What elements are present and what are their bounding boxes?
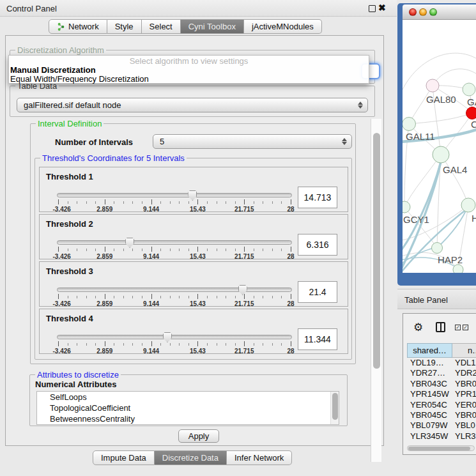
column-header-name[interactable]: n…: [452, 343, 476, 358]
tab-discretize-data[interactable]: Discretize Data: [155, 450, 227, 465]
slider-track[interactable]: [57, 240, 292, 245]
node-label: GAL80: [426, 94, 456, 105]
node-label: GCY1: [403, 214, 429, 225]
column-header-shared-name[interactable]: shared…: [407, 343, 452, 358]
table-horizontal-scrollbar[interactable]: [407, 445, 475, 451]
popup-option-equal-width-frequency[interactable]: Equal Width/Frequency Discretization: [10, 74, 149, 84]
node-table: shared… n… YDL19…YDL1 YDR27…YDR2 YBR043C…: [407, 343, 476, 442]
minimize-traffic-light-icon[interactable]: [419, 8, 427, 16]
tab-jactivemnodules[interactable]: jActiveMNodules: [244, 19, 322, 34]
table-row[interactable]: YDR27…YDR2: [407, 368, 476, 378]
close-icon[interactable]: ✖: [378, 3, 386, 13]
cyni-bottom-tabs: Impute Data Discretize Data Infer Networ…: [93, 450, 292, 465]
table-header: shared… n…: [407, 343, 476, 358]
cell-shared-name: YPR145W: [407, 389, 452, 399]
slider-tick-labels: -3.4262.8599.14415.4321.71528: [58, 253, 291, 259]
table-row[interactable]: YDL19…YDL1: [407, 358, 476, 368]
attributes-list-scrollbar[interactable]: [330, 392, 339, 424]
threshold-3-value-field[interactable]: 21.4: [298, 281, 337, 303]
float-window-icon[interactable]: [369, 5, 376, 12]
threshold-2-slider[interactable]: -3.4262.8599.14415.4321.71528: [57, 238, 292, 259]
table-data-combobox[interactable]: galFiltered.sif default node: [17, 98, 368, 112]
checkbox-icon[interactable]: ✓: [455, 325, 461, 330]
list-item[interactable]: BetweennessCentrality: [37, 413, 339, 424]
network-canvas[interactable]: GAL80 GA C GAL11 GAL4 GCY1 H HAP2: [403, 20, 476, 273]
slider-ticks: [58, 199, 291, 205]
table-panel-titlebar: Table Panel: [397, 289, 476, 309]
slider-track[interactable]: [57, 193, 292, 197]
threshold-4-value-field[interactable]: 11.344: [298, 328, 337, 350]
close-traffic-light-icon[interactable]: [409, 8, 417, 16]
cell-shared-name: YBL079W: [407, 420, 452, 431]
threshold-1-value-field[interactable]: 14.713: [298, 187, 337, 208]
tab-select[interactable]: Select: [142, 19, 181, 34]
slider-ticks: [58, 247, 291, 252]
attributes-group: Attributes to discretize Numerical Attri…: [29, 374, 348, 426]
tab-network[interactable]: Network: [49, 19, 107, 34]
node-label: GAL4: [443, 164, 467, 175]
threshold-2-value-field[interactable]: 6.316: [298, 234, 337, 256]
cell-shared-name: YBR043C: [407, 379, 452, 389]
discretization-algorithm-title: Discretization Algorithm: [15, 45, 106, 55]
number-of-intervals-label: Number of Intervals: [55, 137, 133, 147]
numerical-attributes-list[interactable]: SelfLoops TopologicalCoefficient Between…: [36, 391, 339, 425]
node: [426, 79, 439, 92]
cell-name: YIL0: [452, 441, 476, 442]
apply-button[interactable]: Apply: [178, 429, 219, 443]
tab-style[interactable]: Style: [107, 19, 142, 34]
slider-tick-labels: -3.4262.8599.14415.4321.71528: [58, 348, 291, 354]
threshold-4-slider[interactable]: -3.4262.8599.14415.4321.71528: [57, 333, 292, 353]
cell-shared-name: YBR045C: [407, 410, 452, 420]
slider-track[interactable]: [57, 335, 292, 339]
thresholds-group: Threshold's Coordinates for 5 Intervals …: [35, 158, 352, 360]
table-row[interactable]: YIL052CYIL0: [407, 441, 476, 442]
scrollbar-thumb[interactable]: [408, 447, 470, 450]
network-window-titlebar: [403, 4, 476, 20]
table-row[interactable]: YBR043CYBR0: [407, 379, 476, 389]
cell-name: YBR0: [452, 410, 476, 420]
cell-shared-name: YDL19…: [407, 358, 452, 368]
zoom-traffic-light-icon[interactable]: [429, 8, 437, 16]
control-panel-window: Control Panel ✖ Network Style Select Cyn…: [0, 0, 397, 476]
popup-option-manual-discretization[interactable]: Manual Discretization: [10, 65, 96, 75]
gear-icon[interactable]: ⚙: [413, 321, 423, 334]
columns-icon[interactable]: [436, 322, 445, 332]
table-data-group: Table Data galFiltered.sif default node: [10, 86, 375, 117]
table-row[interactable]: YPR145WYPR1: [407, 389, 476, 399]
list-item[interactable]: TopologicalCoefficient: [37, 403, 339, 413]
list-item[interactable]: SelfLoops: [37, 392, 339, 403]
scrollbar-thumb[interactable]: [373, 133, 380, 369]
interval-definition-title: Interval Definition: [36, 119, 104, 128]
threshold-2-label: Threshold 2: [46, 219, 93, 229]
threshold-3-slider[interactable]: -3.4262.8599.14415.4321.71528: [57, 286, 292, 306]
slider-track[interactable]: [57, 288, 292, 292]
tab-infer-network[interactable]: Infer Network: [227, 450, 292, 465]
numerical-attributes-label: Numerical Attributes: [35, 380, 116, 389]
table-row[interactable]: YLR345WYLR3: [407, 431, 476, 441]
node-label: HAP2: [438, 254, 463, 265]
cell-shared-name: YER054C: [407, 400, 452, 410]
checkbox-icon[interactable]: ✓: [463, 325, 468, 330]
tab-cyni-toolbox[interactable]: Cyni Toolbox: [181, 19, 244, 34]
table-data-value: galFiltered.sif default node: [24, 100, 121, 110]
panel-vertical-scrollbar[interactable]: [371, 119, 381, 462]
table-panel-title: Table Panel: [404, 295, 448, 305]
tab-network-label: Network: [68, 22, 99, 31]
tab-select-label: Select: [150, 22, 173, 31]
table-row[interactable]: YBR045CYBR0: [407, 410, 476, 420]
cell-shared-name: YIL052C: [407, 441, 452, 442]
node: [403, 201, 410, 213]
node: [463, 83, 475, 96]
cyni-toolbox-panel: Discretization Algorithm Select algorith…: [5, 35, 384, 446]
tab-impute-data-label: Impute Data: [101, 453, 146, 463]
thresholds-group-title: Threshold's Coordinates for 5 Intervals: [40, 153, 187, 163]
table-row[interactable]: YBL079WYBL0: [407, 420, 476, 431]
tab-impute-data[interactable]: Impute Data: [93, 450, 155, 465]
number-of-intervals-combobox[interactable]: 5: [153, 134, 352, 149]
network-view-window: GAL80 GA C GAL11 GAL4 GCY1 H HAP2: [397, 3, 476, 286]
control-panel-titlebar: Control Panel ✖: [0, 0, 397, 17]
table-row[interactable]: YER054CYER0: [407, 400, 476, 410]
cell-name: YDR2: [452, 368, 476, 378]
node-selected: [466, 107, 476, 119]
threshold-1-slider[interactable]: -3.4262.8599.14415.4321.71528: [57, 191, 292, 211]
